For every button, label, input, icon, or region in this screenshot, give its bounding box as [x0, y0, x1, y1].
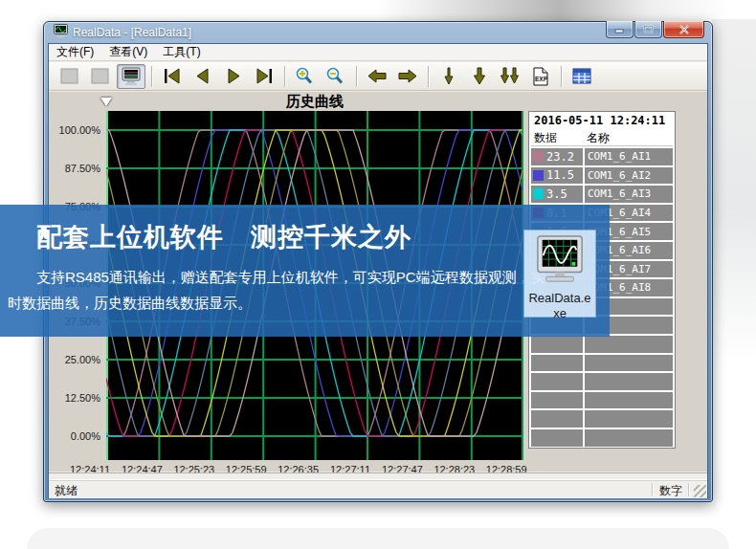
toolbar-separator	[561, 66, 562, 87]
realdata-exe-icon[interactable]: RealData.exe	[523, 230, 596, 318]
window-title: RealData - [RealData1]	[73, 26, 191, 39]
status-divider	[652, 483, 654, 496]
maximize-button[interactable]	[634, 21, 662, 38]
series-name: COM1_6_AI3	[585, 186, 673, 203]
series-color-swatch	[533, 151, 544, 162]
menu-item-2[interactable]: 工具(T)	[155, 43, 208, 61]
background-photo-top	[0, 0, 756, 23]
export-button[interactable]: EXP	[526, 64, 555, 89]
table-row[interactable]	[531, 336, 673, 353]
down-double-button[interactable]	[496, 64, 524, 89]
series-name: COM1_6_AI1	[585, 148, 673, 165]
y-tick-label: 25.00%	[51, 354, 100, 365]
close-button[interactable]	[663, 21, 704, 38]
caption-buttons	[605, 21, 704, 38]
blank-button-2[interactable]	[86, 64, 115, 89]
column-header-name: 名称	[583, 130, 673, 145]
table-row[interactable]	[531, 355, 673, 372]
series-color-swatch	[533, 188, 544, 199]
status-mode-text: 数字	[659, 483, 682, 499]
data-panel-header: 数据 名称	[531, 130, 673, 146]
background-photo-right	[712, 19, 756, 363]
toolbar-separator	[356, 66, 357, 87]
banner-body: 支持RS485通讯输出，赠送配套专用上位机软件，可实现PC端远程数据观测，实时数…	[8, 264, 553, 316]
cursor-timestamp: 2016-05-11 12:24:11	[531, 114, 673, 130]
monitor-curve-icon	[532, 235, 588, 289]
data-table-button[interactable]	[567, 64, 596, 89]
background-bottom-card	[27, 528, 729, 549]
minimize-button[interactable]	[606, 21, 634, 38]
down-button[interactable]	[465, 64, 494, 89]
series-name: COM1_6_AI2	[585, 167, 673, 185]
status-bar: 就绪 数字	[49, 480, 707, 498]
y-tick-label: 100.00%	[51, 124, 100, 136]
title-bar[interactable]: RealData - [RealData1]	[48, 22, 708, 43]
table-row[interactable]: 11.5COM1_6_AI2	[531, 167, 673, 185]
go-first-button[interactable]	[158, 64, 187, 89]
go-prev-button[interactable]	[189, 64, 217, 89]
menu-item-1[interactable]: 查看(V)	[101, 43, 155, 61]
down-marker-button[interactable]	[434, 64, 463, 89]
chart-title: 历史曲线	[106, 93, 523, 111]
menu-item-0[interactable]: 文件(F)	[49, 43, 101, 61]
horizontal-scrollbar[interactable]	[49, 472, 707, 480]
pan-right-button[interactable]	[393, 64, 422, 89]
history-curve-button[interactable]	[117, 64, 145, 89]
zoom-out-button[interactable]	[322, 64, 350, 89]
table-row[interactable]: 23.2COM1_6_AI1	[531, 148, 673, 165]
toolbar-separator	[428, 66, 429, 87]
table-row[interactable]	[531, 392, 673, 409]
go-next-button[interactable]	[219, 64, 248, 89]
menu-bar: 文件(F)查看(V)工具(T)	[49, 44, 707, 61]
series-color-swatch	[533, 170, 544, 181]
status-divider	[688, 483, 690, 496]
series-value: 11.5	[546, 168, 574, 182]
series-value: 3.5	[546, 187, 567, 201]
promo-banner: 配套上位机软件 测控千米之外 支持RS485通讯输出，赠送配套专用上位机软件，可…	[0, 205, 610, 337]
y-tick-label: 87.50%	[51, 163, 100, 174]
cursor-marker-icon[interactable]	[100, 98, 112, 106]
banner-heading: 配套上位机软件 测控千米之外	[36, 220, 411, 254]
go-last-button[interactable]	[250, 64, 278, 89]
table-row[interactable]	[531, 373, 673, 390]
status-ready-text: 就绪	[55, 483, 78, 499]
desktop-icon-label: RealData.exe	[526, 291, 593, 321]
page: RealData - [RealData1] 文件(F)查看(V)工具(T)	[0, 0, 756, 549]
table-row[interactable]: 3.5COM1_6_AI3	[531, 186, 673, 203]
app-monitor-icon	[54, 24, 68, 41]
toolbar-separator	[284, 66, 285, 87]
y-tick-label: 0.00%	[51, 430, 100, 442]
resize-grip[interactable]	[694, 485, 706, 497]
pan-left-button[interactable]	[363, 64, 391, 89]
toolbar: EXP	[49, 62, 707, 91]
zoom-in-button[interactable]	[291, 64, 320, 89]
table-row[interactable]	[531, 429, 673, 447]
toolbar-separator	[151, 66, 152, 87]
y-tick-label: 12.50%	[51, 392, 100, 404]
column-header-data: 数据	[531, 130, 583, 145]
table-row[interactable]	[531, 410, 673, 428]
svg-text:EXP: EXP	[535, 76, 548, 82]
series-value: 23.2	[546, 150, 574, 164]
blank-button-1[interactable]	[56, 64, 84, 89]
